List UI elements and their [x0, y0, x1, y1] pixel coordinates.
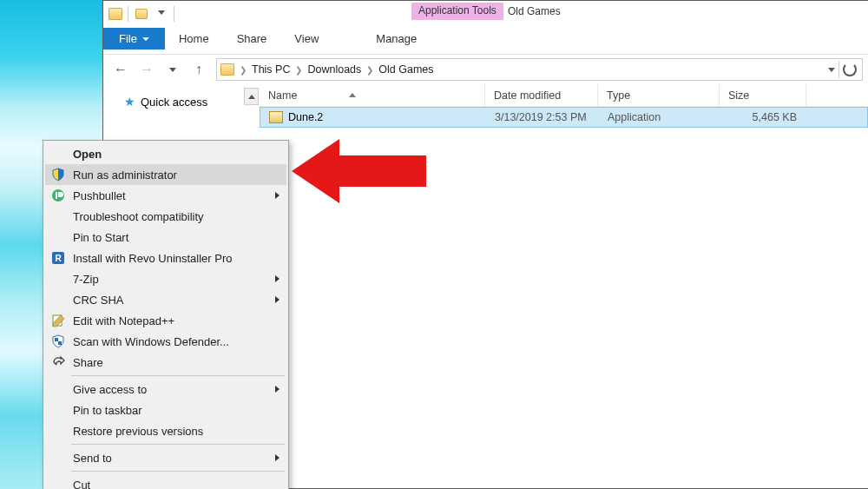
folder-icon — [220, 63, 234, 76]
menu-pin-taskbar[interactable]: Pin to taskbar — [45, 400, 286, 420]
pushbullet-icon — [50, 188, 66, 203]
ribbon-tabs: File Home Share View Manage — [103, 27, 868, 50]
breadcrumb-seg-oldgames[interactable]: Old Games — [375, 63, 437, 76]
menu-share[interactable]: Share — [45, 352, 286, 373]
star-icon: ★ — [124, 95, 135, 109]
file-tab[interactable]: File — [103, 28, 165, 50]
cell-name: Dune.2 — [260, 111, 486, 123]
chevron-right-icon — [275, 454, 279, 461]
menu-edit-notepadpp[interactable]: Edit with Notepad++ — [45, 310, 286, 331]
list-header: Name Date modified Type Size — [260, 84, 868, 107]
divider — [174, 6, 174, 22]
chevron-up-icon — [248, 95, 255, 99]
sidebar-scroll-up[interactable] — [244, 88, 259, 105]
application-tools-label[interactable]: Application Tools — [411, 3, 503, 20]
manage-tab[interactable]: Manage — [358, 26, 434, 50]
menu-run-as-administrator[interactable]: Run as administrator — [45, 164, 286, 185]
chevron-right-icon — [275, 192, 279, 199]
svg-text:R: R — [55, 254, 62, 263]
cell-size: 5,465 KB — [720, 111, 807, 123]
recent-dropdown[interactable] — [161, 57, 185, 82]
refresh-icon[interactable] — [843, 63, 857, 76]
menu-separator — [71, 471, 285, 472]
column-name[interactable]: Name — [260, 84, 485, 106]
menu-7zip[interactable]: 7-Zip — [45, 268, 286, 289]
chevron-right-icon — [275, 275, 279, 282]
share-icon — [50, 354, 66, 370]
menu-label: CRC SHA — [73, 294, 124, 307]
divider — [128, 6, 128, 22]
menu-label: Pushbullet — [73, 189, 126, 202]
home-tab[interactable]: Home — [165, 28, 223, 50]
menu-separator — [71, 375, 285, 376]
breadcrumb-seg-thispc[interactable]: This PC — [248, 63, 293, 76]
breadcrumb-seg-downloads[interactable]: Downloads — [304, 63, 365, 76]
shield-icon — [50, 167, 66, 182]
menu-pushbullet[interactable]: Pushbullet — [45, 185, 286, 206]
menu-revo-uninstaller[interactable]: R Install with Revo Uninstaller Pro — [45, 248, 286, 268]
share-tab[interactable]: Share — [223, 28, 281, 50]
menu-label: Edit with Notepad++ — [73, 314, 174, 327]
menu-label: Send to — [73, 452, 112, 465]
folder-icon — [108, 8, 122, 20]
menu-troubleshoot[interactable]: Troubleshoot compatibility — [45, 206, 286, 227]
svg-rect-6 — [58, 341, 62, 345]
menu-pin-start[interactable]: Pin to Start — [45, 227, 286, 248]
menu-label: Scan with Windows Defender... — [73, 335, 229, 348]
menu-label: 7-Zip — [73, 273, 99, 286]
nav-row: ← → ↑ ❯ This PC ❯ Downloads ❯ Old Games — [103, 55, 868, 84]
menu-separator — [71, 444, 285, 445]
menu-send-to[interactable]: Send to — [45, 447, 286, 468]
breadcrumb-end — [828, 61, 862, 78]
application-icon — [269, 111, 283, 123]
notepadpp-icon — [50, 313, 66, 328]
column-type[interactable]: Type — [598, 84, 720, 106]
chevron-right-icon: ❯ — [293, 65, 304, 75]
file-tab-label: File — [119, 32, 137, 45]
file-name: Dune.2 — [288, 111, 323, 123]
menu-cut[interactable]: Cut — [45, 474, 286, 489]
menu-label: Give access to — [73, 383, 147, 396]
window-title: Old Games — [508, 5, 561, 17]
menu-windows-defender[interactable]: Scan with Windows Defender... — [45, 331, 286, 352]
chevron-right-icon: ❯ — [238, 65, 248, 75]
cell-date: 3/13/2019 2:53 PM — [486, 111, 599, 123]
sidebar-item-label: Quick access — [141, 96, 207, 109]
sidebar-item-quickaccess[interactable]: ★ Quick access — [103, 95, 260, 109]
chevron-right-icon — [275, 386, 279, 393]
menu-label: Install with Revo Uninstaller Pro — [73, 252, 233, 265]
defender-icon — [50, 334, 66, 349]
column-label: Name — [268, 89, 297, 102]
column-size[interactable]: Size — [720, 84, 806, 106]
cell-type: Application — [599, 111, 720, 123]
chevron-right-icon: ❯ — [365, 65, 375, 75]
up-button[interactable]: ↑ — [187, 57, 211, 82]
menu-label: Share — [73, 356, 103, 369]
quickaccess-dropdown-icon[interactable] — [153, 6, 168, 22]
chevron-down-icon — [142, 37, 149, 41]
table-row[interactable]: Dune.2 3/13/2019 2:53 PM Application 5,4… — [260, 107, 868, 128]
menu-restore-versions[interactable]: Restore previous versions — [45, 420, 286, 441]
context-menu: Open Run as administrator Pushbullet Tro… — [43, 140, 289, 489]
titlebar: Application Tools Old Games — [103, 1, 868, 27]
menu-open[interactable]: Open — [45, 143, 286, 164]
view-tab[interactable]: View — [280, 28, 332, 50]
breadcrumb[interactable]: ❯ This PC ❯ Downloads ❯ Old Games — [216, 58, 863, 81]
svg-rect-5 — [55, 338, 58, 341]
svg-rect-1 — [56, 192, 57, 199]
sort-ascending-icon — [349, 93, 356, 97]
menu-give-access[interactable]: Give access to — [45, 379, 286, 400]
menu-crc-sha[interactable]: CRC SHA — [45, 289, 286, 310]
revo-icon: R — [50, 250, 66, 266]
file-list: Name Date modified Type Size Dune.2 3/13… — [260, 84, 868, 488]
chevron-down-icon[interactable] — [828, 68, 835, 72]
column-date[interactable]: Date modified — [485, 84, 598, 106]
chevron-right-icon — [275, 296, 279, 303]
back-button[interactable]: ← — [108, 57, 133, 82]
menu-label: Run as administrator — [73, 169, 177, 182]
divider — [838, 61, 839, 78]
forward-button[interactable]: → — [135, 57, 159, 82]
quickaccess-save-icon[interactable] — [134, 6, 149, 22]
